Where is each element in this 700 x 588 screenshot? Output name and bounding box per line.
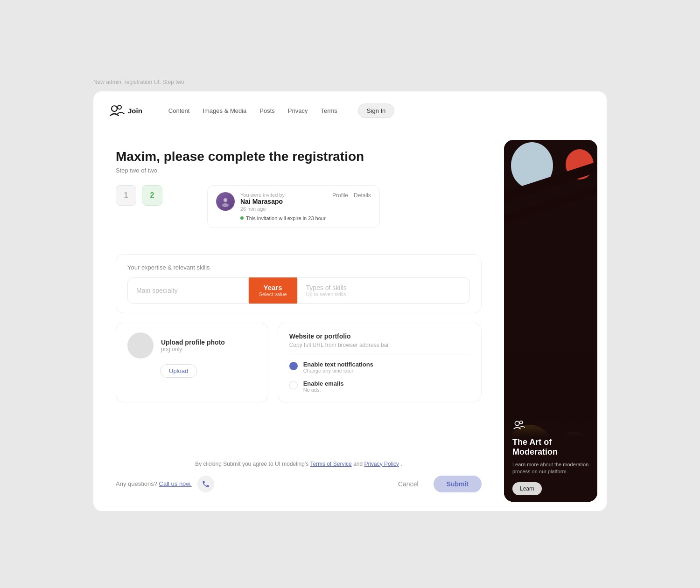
upload-button[interactable]: Upload bbox=[160, 364, 197, 378]
svg-point-0 bbox=[112, 106, 117, 111]
website-sub: Copy full URL from browser address bar bbox=[289, 342, 470, 348]
main-specialty-box[interactable]: Main specialty bbox=[127, 277, 249, 304]
invite-avatar bbox=[216, 192, 235, 211]
cancel-button[interactable]: Cancel bbox=[389, 476, 428, 492]
emails-sub: No ads. bbox=[303, 387, 344, 393]
agree-text: By clicking Submit you agree to UI model… bbox=[116, 461, 482, 467]
svg-point-3 bbox=[222, 203, 229, 207]
invite-time: 26 min ago bbox=[240, 206, 327, 212]
years-label: Years bbox=[264, 284, 282, 291]
expertise-row: Main specialty Years Select value Types … bbox=[127, 277, 470, 304]
emails-row: Enable emails No ads. bbox=[289, 380, 470, 393]
nav-terms[interactable]: Terms bbox=[315, 104, 343, 117]
upload-inner: Upload profile photo png only bbox=[127, 332, 257, 359]
upload-text: Upload profile photo png only bbox=[161, 339, 225, 353]
footer-right: Cancel Submit bbox=[389, 476, 482, 492]
step-label: Step two of two. bbox=[116, 167, 482, 174]
expertise-card: Your expertise & relevant skills Main sp… bbox=[116, 254, 482, 313]
bottom-row: Upload profile photo png only Upload Web… bbox=[116, 323, 482, 402]
promo-logo-icon bbox=[512, 419, 589, 434]
upload-card: Upload profile photo png only Upload bbox=[116, 323, 268, 402]
nav-privacy[interactable]: Privacy bbox=[282, 104, 314, 117]
steps-row: 1 2 bbox=[116, 185, 162, 206]
phone-icon[interactable] bbox=[197, 476, 214, 492]
notifications-label: Enable text notifications bbox=[303, 361, 373, 368]
submit-button[interactable]: Submit bbox=[434, 476, 482, 492]
nav-posts[interactable]: Posts bbox=[254, 104, 280, 117]
promo-image: The Art of Moderation Learn more about t… bbox=[504, 140, 597, 502]
page-title: Maxim, please complete the registration bbox=[116, 149, 482, 164]
browser-label: New admin, registration UI. Step two bbox=[93, 79, 184, 85]
invite-name: Nai Marasapo bbox=[240, 198, 327, 205]
svg-point-4 bbox=[515, 421, 519, 425]
content-area: Maxim, please complete the registration … bbox=[93, 131, 607, 511]
types-sub: Up to seven skills bbox=[306, 291, 461, 297]
emails-toggle[interactable] bbox=[289, 381, 298, 389]
navbar: Join Content Images & Media Posts Privac… bbox=[93, 91, 607, 131]
expire-dot bbox=[240, 216, 244, 220]
notifications-sub: Change any time later bbox=[303, 368, 373, 374]
upload-title: Upload profile photo bbox=[161, 339, 225, 346]
any-questions-text: Any questions? Call us now. bbox=[116, 480, 192, 487]
call-us-label[interactable]: Call us now. bbox=[159, 480, 192, 487]
left-panel: Maxim, please complete the registration … bbox=[93, 131, 504, 511]
details-action[interactable]: Details bbox=[354, 192, 371, 199]
emails-label: Enable emails bbox=[303, 380, 344, 387]
notifications-row: Enable text notifications Change any tim… bbox=[289, 361, 470, 374]
logo-text: Join bbox=[128, 107, 142, 115]
settings-card: Website or portfolio Copy full URL from … bbox=[278, 323, 482, 402]
invite-by-label: You were invited by bbox=[240, 192, 327, 198]
logo[interactable]: Join bbox=[108, 103, 142, 119]
promo-title: The Art of Moderation bbox=[512, 437, 589, 457]
privacy-link[interactable]: Privacy Policy bbox=[364, 461, 399, 467]
invite-actions: Profile Details bbox=[332, 192, 371, 199]
invite-card: You were invited by Nai Marasapo 26 min … bbox=[207, 185, 380, 228]
profile-action[interactable]: Profile bbox=[332, 192, 348, 199]
avatar-placeholder bbox=[127, 332, 154, 359]
right-panel: The Art of Moderation Learn more about t… bbox=[504, 131, 607, 511]
step-2[interactable]: 2 bbox=[142, 185, 162, 206]
invite-info: You were invited by Nai Marasapo 26 min … bbox=[240, 192, 327, 221]
svg-point-1 bbox=[118, 105, 121, 109]
types-label: Types of skills bbox=[306, 284, 461, 291]
upload-sub: png only bbox=[161, 346, 225, 353]
years-sublabel: Select value bbox=[259, 291, 287, 297]
main-card: Join Content Images & Media Posts Privac… bbox=[93, 91, 607, 511]
website-label: Website or portfolio bbox=[289, 332, 470, 340]
promo-learn-button[interactable]: Learn bbox=[512, 482, 542, 495]
form-footer: By clicking Submit you agree to UI model… bbox=[116, 453, 482, 492]
types-box[interactable]: Types of skills Up to seven skills bbox=[297, 277, 470, 304]
website-area: Website or portfolio Copy full URL from … bbox=[289, 332, 470, 354]
footer-left: Any questions? Call us now. bbox=[116, 476, 214, 492]
nav-links: Content Images & Media Posts Privacy Ter… bbox=[163, 104, 343, 117]
promo-card: The Art of Moderation Learn more about t… bbox=[504, 140, 597, 502]
nav-images[interactable]: Images & Media bbox=[197, 104, 252, 117]
years-selector[interactable]: Years Select value bbox=[249, 277, 297, 304]
footer-actions: Any questions? Call us now. Cancel Sub bbox=[116, 476, 482, 492]
promo-subtitle: Learn more about the moderation process … bbox=[512, 461, 589, 476]
notifications-toggle[interactable] bbox=[289, 362, 298, 370]
svg-point-2 bbox=[224, 198, 227, 202]
tos-link[interactable]: Terms of Service bbox=[310, 461, 351, 467]
svg-point-5 bbox=[520, 421, 523, 423]
nav-content[interactable]: Content bbox=[163, 104, 196, 117]
invite-expire: This invitation will expire in 23 hour. bbox=[240, 215, 327, 221]
expertise-title: Your expertise & relevant skills bbox=[127, 264, 470, 271]
sign-in-button[interactable]: Sign In bbox=[358, 104, 394, 118]
main-specialty-placeholder: Main specialty bbox=[136, 287, 178, 294]
step-1[interactable]: 1 bbox=[116, 185, 136, 206]
